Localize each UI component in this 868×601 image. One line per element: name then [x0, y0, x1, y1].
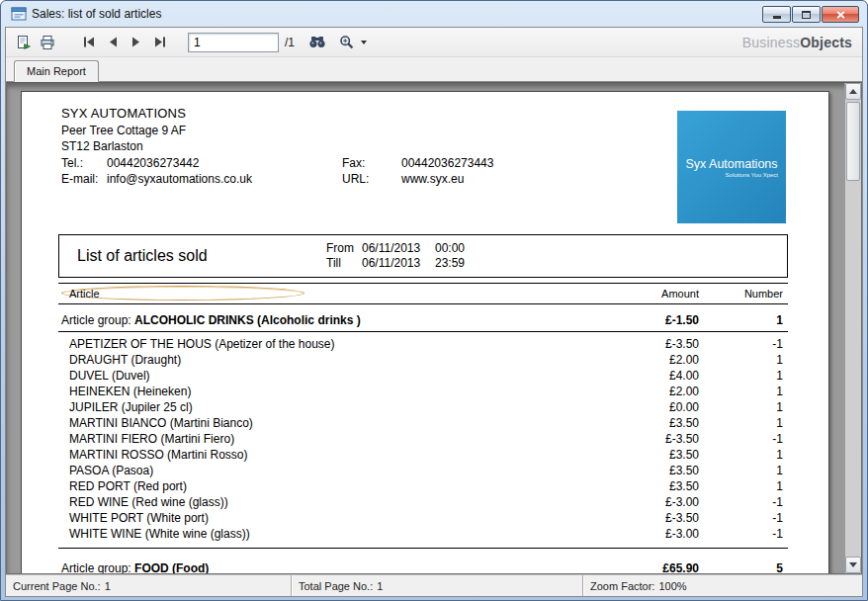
number-cell: -1 — [699, 526, 788, 542]
find-button[interactable] — [304, 31, 330, 54]
till-date: 06/11/2013 — [362, 256, 435, 271]
amount-cell: £-3.00 — [620, 494, 699, 510]
scroll-up-icon — [849, 89, 857, 94]
number-cell: 1 — [699, 368, 788, 384]
article-cell: RED WINE (Red wine (glass)) — [58, 494, 620, 510]
table-row: WHITE WINE (White wine (glass)) £-3.00 -… — [58, 526, 788, 542]
tab-bar: Main Report — [6, 57, 862, 82]
minimize-button[interactable] — [762, 6, 791, 23]
scroll-up-button[interactable] — [845, 83, 861, 100]
table-row: JUPILER (Jupiler 25 cl) £0.00 1 — [58, 399, 788, 415]
article-field-highlight: Article — [61, 286, 304, 300]
first-page-button[interactable] — [77, 31, 101, 54]
zoom-dropdown-button[interactable] — [358, 31, 370, 54]
report-title-box: List of articles sold From 06/11/2013 00… — [58, 234, 788, 278]
group-header-alcoholic-drinks: Article group: ALCOHOLIC DRINKS (Alcohol… — [58, 310, 788, 332]
previous-page-button[interactable] — [101, 31, 125, 54]
article-cell: DUVEL (Duvel) — [58, 368, 620, 384]
amount-cell: £4.00 — [620, 368, 699, 384]
number-cell: 1 — [699, 447, 788, 463]
company-address-2: ST12 Barlaston — [61, 138, 674, 155]
next-page-button[interactable] — [125, 31, 148, 54]
logo-tagline: Solutions You Xpect — [726, 172, 778, 178]
amount-cell: £2.00 — [620, 352, 699, 368]
table-row: DUVEL (Duvel) £4.00 1 — [58, 368, 788, 384]
group-number: 5 — [699, 561, 788, 575]
scroll-down-button[interactable] — [845, 557, 861, 573]
number-cell: -1 — [699, 336, 788, 352]
tab-label: Main Report — [27, 65, 86, 77]
zoom-button[interactable] — [334, 31, 358, 54]
url-label: URL: — [342, 171, 401, 188]
close-button[interactable] — [822, 6, 859, 23]
last-page-button[interactable] — [148, 31, 172, 54]
status-zoom-factor: Zoom Factor: 100% — [582, 575, 862, 596]
app-icon — [11, 6, 27, 22]
vertical-scrollbar[interactable] — [844, 83, 861, 573]
tel-label: Tel.: — [61, 155, 107, 172]
close-icon — [836, 11, 845, 19]
last-page-icon — [153, 37, 167, 47]
number-cell: 1 — [699, 352, 788, 368]
amount-cell: £3.50 — [620, 447, 699, 463]
status-bar: Current Page No.: 1 Total Page No.: 1 Zo… — [6, 574, 862, 596]
page-number-input[interactable] — [188, 33, 279, 52]
article-cell: WHITE PORT (White port) — [58, 510, 620, 526]
amount-cell: £3.50 — [620, 415, 699, 431]
column-amount: Amount — [620, 288, 699, 300]
number-cell: 1 — [699, 384, 788, 399]
column-header-row: Article Amount Number — [58, 283, 788, 304]
report-period: From 06/11/2013 00:00 Till 06/11/2013 23… — [326, 241, 465, 271]
table-row: MARTINI FIERO (Martini Fiero) £-3.50 -1 — [58, 431, 788, 447]
number-cell: 1 — [699, 463, 788, 478]
group-number: 1 — [699, 313, 788, 327]
email-value: info@syxautomations.co.uk — [107, 171, 342, 188]
article-cell: MARTINI FIERO (Martini Fiero) — [58, 431, 620, 447]
window-title: Sales: list of sold articles — [32, 7, 161, 21]
tel-value: 00442036273442 — [107, 155, 342, 172]
amount-cell: £-3.50 — [620, 510, 699, 526]
next-page-icon — [130, 37, 142, 47]
page-total-label: /1 — [285, 36, 295, 49]
titlebar[interactable]: Sales: list of sold articles — [5, 1, 863, 27]
zoom-dropdown-icon — [361, 41, 367, 44]
scroll-down-icon — [849, 562, 857, 567]
maximize-button[interactable] — [792, 6, 821, 23]
number-cell: 1 — [699, 478, 788, 494]
print-button[interactable] — [36, 31, 59, 54]
toolbar: /1 — [6, 28, 862, 57]
client-area: /1 — [5, 27, 863, 597]
fax-label: Fax: — [342, 155, 401, 172]
company-logo: Syx Automations Solutions You Xpect — [677, 111, 786, 223]
company-name: SYX AUTOMATIONS — [61, 106, 674, 123]
table-row: MARTINI ROSSO (Martini Rosso) £3.50 1 — [58, 447, 788, 463]
group-amount: £-1.50 — [620, 313, 699, 327]
email-label: E-mail: — [61, 171, 107, 188]
amount-cell: £2.00 — [620, 384, 699, 399]
url-value: www.syx.eu — [401, 171, 464, 188]
company-address-1: Peer Tree Cottage 9 AF — [61, 123, 674, 139]
article-cell: HEINEKEN (Heineken) — [58, 384, 620, 399]
amount-cell: £-3.50 — [620, 336, 699, 352]
from-label: From — [326, 241, 362, 256]
maximize-icon — [802, 11, 811, 19]
group-amount: £65.90 — [620, 561, 699, 575]
article-cell: DRAUGHT (Draught) — [58, 352, 620, 368]
amount-cell: £-3.00 — [620, 526, 699, 542]
table-row: RED PORT (Red port) £3.50 1 — [58, 478, 788, 494]
export-button[interactable] — [12, 31, 36, 54]
tab-main-report[interactable]: Main Report — [14, 60, 99, 82]
article-cell: APETIZER OF THE HOUS (Apetizer of the ho… — [58, 336, 620, 352]
zoom-icon — [339, 35, 354, 49]
first-page-icon — [82, 37, 96, 47]
report-viewport: SYX AUTOMATIONS Peer Tree Cottage 9 AF S… — [6, 82, 862, 574]
till-label: Till — [326, 256, 362, 271]
till-time: 23:59 — [435, 256, 465, 271]
group-header-food: Article group: FOOD (Food) £65.90 5 — [58, 555, 788, 575]
fax-value: 00442036273443 — [401, 155, 493, 172]
scrollbar-thumb[interactable] — [846, 102, 860, 181]
table-row: APETIZER OF THE HOUS (Apetizer of the ho… — [58, 336, 788, 352]
group-name: ALCOHOLIC DRINKS (Alcoholic drinks ) — [134, 313, 361, 327]
article-rows: APETIZER OF THE HOUS (Apetizer of the ho… — [58, 332, 788, 549]
amount-cell: £3.50 — [620, 478, 699, 494]
